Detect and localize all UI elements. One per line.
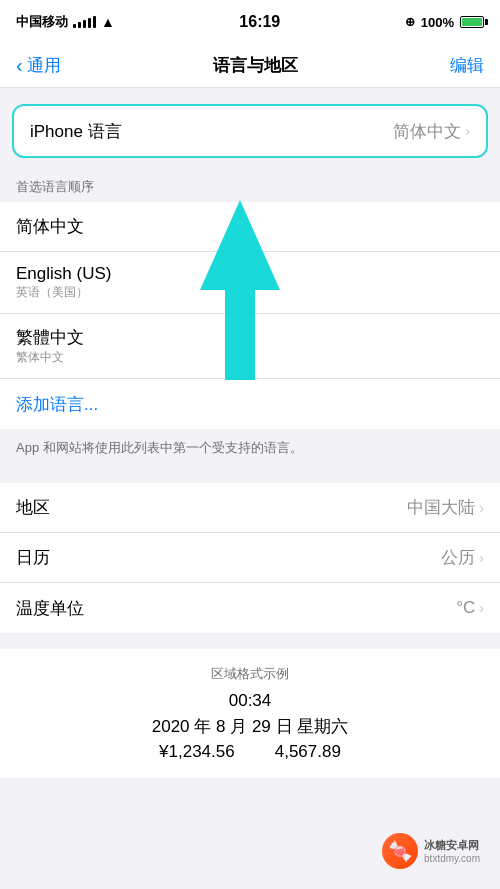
watermark-text: 冰糖安卓网 btxtdmy.com	[424, 838, 480, 864]
language-sub-label: 英语（美国）	[16, 284, 111, 301]
calendar-value: 公历	[441, 546, 475, 569]
language-sub-label: 繁体中文	[16, 349, 84, 366]
calendar-label: 日历	[16, 546, 50, 569]
temperature-value: °C	[456, 598, 475, 618]
language-main-label: 简体中文	[16, 215, 84, 238]
region-section: 地区 中国大陆 › 日历 公历 › 温度单位 °C ›	[0, 483, 500, 633]
list-item[interactable]: English (US) 英语（美国）	[0, 252, 500, 314]
language-item-english-us: English (US) 英语（美国）	[16, 264, 111, 301]
iphone-language-value-container: 简体中文 ›	[393, 120, 470, 143]
iphone-language-chevron-icon: ›	[465, 123, 470, 139]
watermark-icon: 🍬	[382, 833, 418, 869]
status-bar: 中国移动 ▲ 16:19 ⊕ 100%	[0, 0, 500, 44]
carrier-label: 中国移动	[16, 13, 68, 31]
list-item[interactable]: 简体中文	[0, 202, 500, 252]
calendar-value-container: 公历 ›	[441, 546, 484, 569]
wifi-icon: ▲	[101, 14, 115, 30]
page-title: 语言与地区	[213, 54, 298, 77]
back-chevron-icon: ‹	[16, 54, 23, 77]
battery-icon	[460, 16, 484, 28]
region-value-container: 中国大陆 ›	[407, 496, 484, 519]
language-main-label: English (US)	[16, 264, 111, 284]
format-date: 2020 年 8 月 29 日 星期六	[16, 715, 484, 738]
calendar-chevron-icon: ›	[479, 550, 484, 566]
calendar-row[interactable]: 日历 公历 ›	[0, 533, 500, 583]
language-list-section: 简体中文 English (US) 英语（美国） 繁體中文 繁体中文 添加语言.…	[0, 202, 500, 429]
format-number-1: ¥1,234.56	[159, 742, 235, 762]
region-value: 中国大陆	[407, 496, 475, 519]
iphone-language-label: iPhone 语言	[30, 120, 122, 143]
temperature-chevron-icon: ›	[479, 600, 484, 616]
watermark-url: btxtdmy.com	[424, 853, 480, 864]
iphone-language-row[interactable]: iPhone 语言 简体中文 ›	[14, 106, 486, 156]
status-left: 中国移动 ▲	[16, 13, 115, 31]
status-right: ⊕ 100%	[405, 15, 484, 30]
format-number-2: 4,567.89	[275, 742, 341, 762]
language-main-label: 繁體中文	[16, 326, 84, 349]
format-time: 00:34	[16, 691, 484, 711]
format-example-title: 区域格式示例	[16, 665, 484, 683]
temperature-value-container: °C ›	[456, 598, 484, 618]
list-item[interactable]: 繁體中文 繁体中文	[0, 314, 500, 379]
back-button[interactable]: ‹ 通用	[16, 54, 61, 77]
region-label: 地区	[16, 496, 50, 519]
temperature-label: 温度单位	[16, 597, 84, 620]
region-row[interactable]: 地区 中国大陆 ›	[0, 483, 500, 533]
charging-icon: ⊕	[405, 15, 415, 29]
watermark-site: 冰糖安卓网	[424, 838, 480, 853]
format-numbers: ¥1,234.56 4,567.89	[16, 742, 484, 762]
temperature-row[interactable]: 温度单位 °C ›	[0, 583, 500, 633]
iphone-language-section[interactable]: iPhone 语言 简体中文 ›	[12, 104, 488, 158]
info-text: App 和网站将使用此列表中第一个受支持的语言。	[0, 429, 500, 467]
preferred-languages-header: 首选语言顺序	[0, 170, 500, 202]
language-item-traditional-chinese: 繁體中文 繁体中文	[16, 326, 84, 366]
edit-button[interactable]: 编辑	[450, 54, 484, 77]
watermark: 🍬 冰糖安卓网 btxtdmy.com	[382, 833, 480, 869]
navigation-bar: ‹ 通用 语言与地区 编辑	[0, 44, 500, 88]
language-item-simplified-chinese: 简体中文	[16, 215, 84, 238]
add-language-link[interactable]: 添加语言...	[16, 393, 98, 416]
back-label: 通用	[27, 54, 61, 77]
region-chevron-icon: ›	[479, 500, 484, 516]
add-language-row[interactable]: 添加语言...	[0, 379, 500, 429]
signal-icon	[73, 16, 96, 28]
format-example-section: 区域格式示例 00:34 2020 年 8 月 29 日 星期六 ¥1,234.…	[0, 649, 500, 778]
status-time: 16:19	[239, 13, 280, 31]
battery-percent: 100%	[421, 15, 454, 30]
iphone-language-value: 简体中文	[393, 120, 461, 143]
